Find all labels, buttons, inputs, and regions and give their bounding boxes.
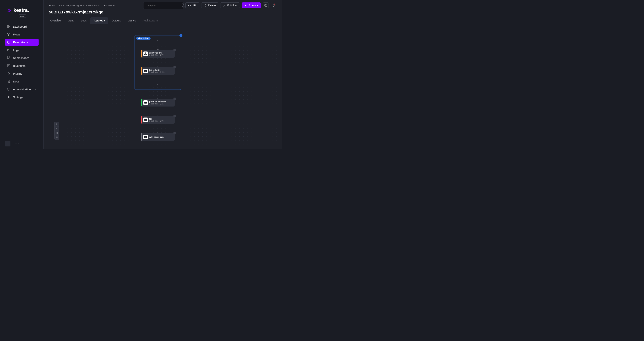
arrow-icon: [157, 115, 158, 116]
help-button[interactable]: ?: [263, 3, 269, 9]
sidebar-item-label: Dashboard: [13, 25, 27, 28]
help-icon: ?: [264, 4, 267, 7]
expand-node-button[interactable]: [174, 49, 176, 51]
sidebar-item-docs[interactable]: Docs: [5, 78, 38, 85]
fit-icon: [56, 132, 58, 134]
zoom-in-button[interactable]: +: [54, 122, 59, 126]
svg-rect-3: [9, 27, 10, 28]
notifications-button[interactable]: [270, 3, 276, 9]
edge: [158, 141, 158, 145]
fit-view-button[interactable]: [54, 131, 59, 135]
svg-point-4: [8, 33, 8, 34]
logo[interactable]: kestra.: [7, 8, 37, 13]
sidebar-item-label: Administration: [13, 88, 31, 91]
search-input[interactable]: [147, 4, 178, 7]
notification-dot: [274, 4, 276, 5]
breadcrumb-link[interactable]: Executions: [104, 4, 116, 7]
svg-rect-0: [8, 25, 8, 26]
terminal-icon: [143, 69, 148, 73]
tab-outputs[interactable]: Outputs: [109, 17, 124, 24]
execute-button[interactable]: Execute: [242, 3, 261, 9]
sidebar-item-logs[interactable]: Logs: [5, 47, 38, 54]
sidebar-item-administration[interactable]: Administration: [5, 86, 38, 93]
sidebar-item-namespaces[interactable]: Namespaces: [5, 54, 38, 61]
sidebar-item-label: Executions: [13, 41, 28, 44]
sidebar-item-label: Settings: [13, 96, 23, 99]
breadcrumb-separator: /: [57, 4, 58, 7]
sidebar-item-label: Flows: [13, 33, 20, 36]
search-box[interactable]: Ctrl/Cmd + K: [143, 2, 184, 9]
svg-rect-8: [8, 49, 10, 51]
breadcrumb-separator: /: [102, 4, 102, 7]
plugins-icon: [7, 72, 10, 75]
svg-rect-1: [9, 25, 10, 26]
topology-canvas[interactable]: allow_failure allow_failure 1 task runs …: [49, 28, 276, 145]
namespaces-icon: [7, 56, 10, 60]
svg-rect-28: [56, 138, 56, 138]
edge: [158, 124, 158, 133]
sidebar-footer: 0.19.0: [0, 138, 44, 149]
node-subtitle: 1 task runs | 0.48s: [149, 71, 173, 73]
svg-text:?: ?: [265, 4, 266, 6]
group-allow-failure[interactable]: allow_failure: [134, 35, 181, 90]
logo-icon: [7, 8, 12, 13]
api-button[interactable]: API: [186, 3, 200, 9]
flows-icon: [7, 33, 10, 36]
expand-node-button[interactable]: [174, 66, 176, 68]
node-subtitle: 1 task runs | 1.09s: [149, 54, 173, 56]
tab-overview[interactable]: Overview: [47, 17, 64, 24]
sidebar-item-settings[interactable]: Settings: [5, 94, 38, 101]
sidebar-item-plugins[interactable]: Plugins: [5, 70, 38, 77]
expand-node-button[interactable]: [174, 132, 176, 134]
tab-logs[interactable]: Logs: [78, 17, 90, 24]
tab-gantt[interactable]: Gantt: [65, 17, 77, 24]
tabs: Overview Gantt Logs Topology Outputs Met…: [44, 17, 282, 24]
docs-icon: [7, 80, 10, 83]
svg-rect-20: [157, 21, 158, 21]
tab-metrics[interactable]: Metrics: [124, 17, 139, 24]
node-allow-failure[interactable]: allow_failure 1 task runs | 1.09s: [141, 50, 174, 58]
sidebar-item-blueprints[interactable]: Blueprints: [5, 62, 38, 69]
layout-icon: [56, 136, 58, 139]
gear-icon: [7, 95, 10, 99]
svg-rect-12: [9, 58, 10, 59]
svg-rect-26: [56, 137, 56, 137]
sidebar-item-dashboard[interactable]: Dashboard: [5, 23, 38, 30]
zoom-out-button[interactable]: −: [54, 126, 59, 131]
node-fail[interactable]: fail 1 task runs | 0.09s: [141, 116, 174, 124]
collapse-group-button[interactable]: [180, 34, 182, 37]
blueprints-icon: [7, 64, 10, 67]
breadcrumb-link[interactable]: kestra.engineering.allow_failure_demo: [59, 4, 100, 7]
collapse-sidebar-button[interactable]: [5, 141, 10, 146]
node-fail-silently[interactable]: fail_silently 1 task runs | 0.48s: [141, 67, 174, 75]
svg-rect-17: [180, 5, 181, 6]
sidebar-item-flows[interactable]: Flows: [5, 31, 38, 38]
node-will-never-run[interactable]: will_never_run: [141, 133, 174, 141]
expand-icon: [174, 66, 175, 68]
trash-icon: [204, 4, 207, 7]
node-subtitle: 1 task runs | 0.09s: [149, 120, 173, 122]
node-title: will_never_run: [149, 136, 173, 138]
layout-button[interactable]: [54, 135, 59, 140]
edge: [158, 107, 158, 116]
sidebar: kestra. prod Dashboard Flows Ex: [0, 0, 44, 149]
delete-button[interactable]: Delete: [201, 3, 218, 9]
expand-icon: [174, 115, 175, 117]
expand-node-button[interactable]: [174, 98, 176, 100]
svg-rect-27: [57, 137, 58, 137]
canvas-wrap: allow_failure allow_failure 1 task runs …: [44, 24, 282, 149]
svg-point-6: [8, 35, 9, 36]
sidebar-item-label: Logs: [13, 49, 19, 52]
breadcrumb-link[interactable]: Flows: [49, 4, 55, 7]
node-title: print_to_console: [149, 101, 173, 103]
sidebar-item-label: Namespaces: [13, 56, 30, 60]
expand-node-button[interactable]: [174, 115, 176, 117]
tab-topology[interactable]: Topology: [90, 17, 108, 24]
version-text: 0.19.0: [13, 142, 19, 145]
node-print-to-console[interactable]: print_to_console 1 task runs | 0.21s: [141, 99, 174, 107]
svg-rect-29: [57, 138, 58, 138]
bolt-icon: [244, 4, 247, 7]
sidebar-item-executions[interactable]: Executions: [5, 39, 38, 46]
navigation: Dashboard Flows Executions Logs: [0, 20, 44, 138]
edit-flow-button[interactable]: Edit flow: [220, 3, 240, 9]
